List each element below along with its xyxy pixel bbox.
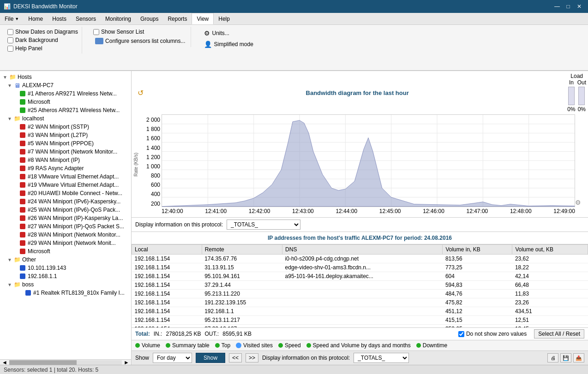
table-row[interactable]: 192.168.1.154 95.213.11.217 415,15 12,51 [132,315,588,324]
show-dates-checkbox[interactable]: Show Dates on Diagrams [7,29,78,35]
menu-home[interactable]: Home [24,13,48,24]
display-protocol-select[interactable]: _TOTALS_ [354,353,409,363]
period-select[interactable]: For day For week For month For year [153,353,192,363]
select-all-button[interactable]: Select All / Reset [534,329,584,338]
export-export-button[interactable]: 📤 [573,353,584,362]
tree-hosts-group[interactable]: ▼ 📁 Hosts [2,73,129,81]
tree-wan24[interactable]: #24 WAN Miniport (IPv6)-Kaspersky... [2,197,129,206]
expand-alexm[interactable]: ▼ [7,83,12,88]
table-row[interactable]: 192.168.1.154 31.13.91.15 edge-video-shv… [132,263,588,272]
tree-other[interactable]: ▼ 📁 Other [2,255,129,264]
tree-wan3[interactable]: #3 WAN Miniport (L2TP) [2,131,129,139]
tree-localhost[interactable]: ▼ 📁 localhost [2,114,129,123]
x-12:43: 12:43:00 [292,208,314,214]
dark-background-input[interactable] [7,37,13,43]
cell-remote: 192.168.1.1 [202,307,282,315]
show-sensor-list-input[interactable] [93,29,99,35]
chart-settings: ⚙ [575,114,586,215]
zero-check-input[interactable] [458,331,464,337]
show-bar: Show For day For week For month For year… [132,350,588,365]
next-button[interactable]: >> [246,353,258,362]
menu-reports[interactable]: Reports [163,13,192,24]
table-row[interactable]: 192.168.1.154 37.29.19.107 353,65 12,45 [132,324,588,327]
prev-button[interactable]: << [229,353,242,362]
table-row[interactable]: 192.168.1.154 191.232.139.155 475,82 23,… [132,298,588,307]
chart-settings-icon[interactable]: ⚙ [575,199,581,206]
tree-wan2[interactable]: #2 WAN Miniport (SSTP) [2,123,129,131]
menu-groups[interactable]: Groups [136,13,163,24]
configure-columns-button[interactable]: Configure sensors list columns... [93,37,187,45]
minimize-button[interactable]: — [552,2,562,11]
tree-wan29[interactable]: #29 WAN Miniport (Network Monit... [2,239,129,247]
chart-refresh-icon[interactable]: ↺ [138,89,144,97]
tree-microsoft2[interactable]: Microsoft [2,247,129,255]
tree-microsoft1[interactable]: Microsoft [2,98,129,106]
tab-volume-dot [135,343,140,348]
tree-wan27[interactable]: #27 WAN Miniport (IP)-QoS Packet S... [2,222,129,231]
show-sensor-list-checkbox[interactable]: Show Sensor List [93,29,187,35]
tab-speed-volume[interactable]: Speed and Volume by days and months [306,342,411,349]
table-row[interactable]: 192.168.1.154 95.213.11.220 484,76 11,83 [132,289,588,298]
menu-view[interactable]: View [192,13,214,24]
tree-10101[interactable]: 10.101.139.143 [2,264,129,272]
export-print-button[interactable]: 🖨 [547,353,558,362]
e [13,216,18,221]
sidebar-scrollbar[interactable]: ◄ ► [0,359,131,365]
menu-monitoring[interactable]: Monitoring [101,13,136,24]
tree-atheros1[interactable]: #1 Atheros AR9271 Wireless Netw... [2,89,129,98]
menu-help[interactable]: Help [214,13,234,24]
tab-top[interactable]: Top [215,342,230,349]
sidebar-scroll-track[interactable] [9,360,122,365]
maximize-button[interactable]: □ [563,2,573,11]
protocol-select[interactable]: _TOTALS_ TCP UDP [227,220,300,230]
tree-huawei20[interactable]: #20 HUAWEI Mobile Connect - Netw... [2,189,129,197]
dark-background-checkbox[interactable]: Dark Background [7,37,78,43]
chart-yaxis: 2 000 1 800 1 600 1 400 1 200 1 000 800 … [138,114,162,215]
expand-localhost[interactable]: ▼ [7,116,12,121]
sidebar-scroll-thumb[interactable] [9,360,77,365]
export-save-button[interactable]: 💾 [560,353,571,362]
simplified-mode-button[interactable]: 👤 Simplified mode [202,40,255,49]
tab-volume[interactable]: Volume [135,342,160,349]
menu-hosts[interactable]: Hosts [48,13,71,24]
help-panel-input[interactable] [7,46,13,52]
wan26-label: #26 WAN Miniport (IP)-Kaspersky La... [28,215,123,221]
tree-wan28[interactable]: #28 WAN Miniport (Network Monitor... [2,231,129,239]
tree-boss[interactable]: ▼ 📁 boss [2,280,129,289]
tree-wan8[interactable]: #8 WAN Miniport (IP) [2,156,129,164]
tab-downtime[interactable]: Downtime [416,342,447,349]
menu-file[interactable]: File ▼ [0,13,24,24]
menu-sensors[interactable]: Sensors [71,13,101,24]
table-row[interactable]: 192.168.1.154 192.168.1.1 451,12 434,51 [132,307,588,315]
tree-atheros25[interactable]: #25 Atheros AR9271 Wireless Netw... [2,106,129,114]
units-button[interactable]: ⚙ Units... [202,29,255,38]
tab-speed[interactable]: Speed [278,342,301,349]
table-row[interactable]: 192.168.1.154 37.29.1.44 594,83 66,48 [132,280,588,289]
scroll-right-btn[interactable]: ► [124,359,129,365]
table-inner[interactable]: Local Remote DNS Volume in, KB Volume ou… [132,244,588,327]
tree-192168[interactable]: 192.168.1.1 [2,272,129,280]
y-600: 600 [138,182,160,188]
table-row[interactable]: 192.168.1.154 95.101.94.161 a95-101-94-1… [132,272,588,280]
tree-vmware18[interactable]: #18 VMware Virtual Ethernet Adapt... [2,172,129,181]
tree-wan26[interactable]: #26 WAN Miniport (IP)-Kaspersky La... [2,214,129,222]
tab-visited[interactable]: Visited sites [236,342,273,349]
y-200: 200 [138,201,160,207]
table-row[interactable]: 192.168.1.154 174.35.67.76 i0-h0-s2009.p… [132,254,588,263]
scroll-left-btn[interactable]: ◄ [2,359,7,365]
tree-ras9[interactable]: #9 RAS Async Adapter [2,164,129,172]
tree-wan5[interactable]: #5 WAN Miniport (PPPOE) [2,139,129,148]
tree-wan7[interactable]: #7 WAN Miniport (Network Monitor... [2,148,129,156]
show-dates-input[interactable] [7,29,13,35]
tree-realtek[interactable]: #1 Realtek RTL8139_810x Family I... [2,289,129,297]
help-panel-checkbox[interactable]: Help Panel [7,45,78,52]
expand-boss[interactable]: ▼ [7,282,12,287]
expand-hosts[interactable]: ▼ [3,75,7,80]
tab-summary[interactable]: Summary table [166,342,210,349]
expand-other[interactable]: ▼ [7,257,12,262]
tree-alexm-pc7[interactable]: ▼ 🖥 ALEXM-PC7 [2,81,129,89]
close-button[interactable]: ✕ [574,2,584,11]
tree-wan25[interactable]: #25 WAN Miniport (IPv6)-QoS Pack... [2,206,129,214]
show-button[interactable]: Show [196,353,225,363]
tree-vmware19[interactable]: #19 VMware Virtual Ethernet Adapt... [2,181,129,189]
